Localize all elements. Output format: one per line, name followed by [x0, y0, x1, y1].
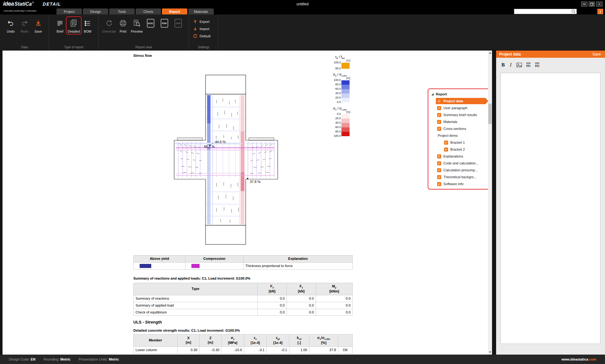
- tab-project[interactable]: Project: [56, 8, 82, 14]
- save-button[interactable]: Save: [31, 18, 45, 33]
- checkbox-checked-icon[interactable]: ✓: [444, 141, 448, 145]
- tree-item-code-and-calculation[interactable]: ✓ Code and calculation...: [428, 160, 488, 167]
- tree-item-label: Bracket 2: [450, 147, 465, 151]
- scrollbar-thumb[interactable]: [488, 104, 492, 124]
- heading2-button[interactable]: H2: [535, 63, 539, 67]
- brief-report-button[interactable]: Brief: [53, 18, 67, 33]
- dxf-file-icon: DXF: [174, 18, 182, 28]
- stress-flow-heading: Stress flow: [133, 54, 152, 57]
- import-icon: [193, 27, 197, 31]
- export-pdf-button[interactable]: PDF: [158, 18, 171, 28]
- bom-report-button[interactable]: BOM: [81, 18, 94, 33]
- export-icon: [193, 19, 197, 24]
- legend-swatch: [341, 85, 350, 89]
- default-settings-button[interactable]: Default: [193, 33, 211, 39]
- stress-ratio-label: 44.6 %: [215, 140, 226, 144]
- tree-item-materials[interactable]: ✓ Materials: [428, 118, 488, 125]
- tab-materials[interactable]: Materials: [188, 8, 214, 14]
- redo-button[interactable]: Redo: [18, 18, 31, 33]
- undo-button[interactable]: Undo: [4, 18, 18, 33]
- heading1-button[interactable]: H1: [526, 63, 531, 67]
- checkbox-checked-icon[interactable]: ✓: [437, 154, 441, 158]
- tree-item-project-items[interactable]: Project items: [428, 132, 488, 139]
- expander-icon[interactable]: [431, 93, 434, 96]
- tree-item-project-data[interactable]: ✓ Project data: [428, 98, 488, 104]
- import-settings-button[interactable]: Import: [193, 26, 211, 31]
- report-document: Stress flow: [3, 51, 488, 355]
- export-doc-button[interactable]: DOC: [144, 18, 158, 28]
- window-controls: ×: [581, 2, 602, 7]
- generate-button[interactable]: Generate: [102, 18, 116, 33]
- scroll-down-button[interactable]: [488, 350, 492, 355]
- help-button[interactable]: i: [597, 9, 603, 14]
- italic-button[interactable]: I: [509, 62, 512, 68]
- panel-save-button[interactable]: Save: [592, 52, 601, 56]
- pdf-file-icon: PDF: [160, 18, 169, 28]
- tree-item-software-info[interactable]: ✓ Software info: [428, 180, 488, 187]
- redo-icon: [21, 18, 28, 28]
- tree-item-summary-brief-results[interactable]: ✓ Summary brief results: [428, 111, 488, 118]
- tree-item-bracket-2[interactable]: ✓ Bracket 2: [428, 146, 488, 153]
- legend-swatch: [341, 132, 350, 136]
- cell: -0.1: [267, 346, 289, 353]
- print-button[interactable]: Print: [116, 18, 130, 33]
- tree-item-explanations[interactable]: ✓ Explanations: [428, 153, 488, 160]
- tree-item-bracket-1[interactable]: ✓ Bracket 1: [428, 139, 488, 146]
- ribbon-group-data: Undo Redo Save Data: [0, 14, 49, 50]
- checkbox-checked-icon[interactable]: ✓: [437, 120, 441, 124]
- close-button[interactable]: ×: [596, 2, 602, 7]
- ribbon-group-label: Type of report: [49, 46, 98, 49]
- col-header: Compression: [185, 255, 244, 263]
- export-settings-button[interactable]: Export: [193, 19, 211, 24]
- legend-swatch: [341, 89, 350, 94]
- tab-report[interactable]: Report: [162, 8, 187, 14]
- checkbox-checked-icon[interactable]: ✓: [437, 127, 441, 131]
- tab-design[interactable]: Design: [83, 8, 108, 14]
- detailed-report-button[interactable]: Detailed: [67, 18, 81, 33]
- tree-item-label: Explanations: [443, 154, 463, 158]
- tree-item-theoretical-background[interactable]: ✓ Theoretical backgro...: [428, 174, 488, 180]
- tree-item-calculation-presumptions[interactable]: ✓ Calculation presump...: [428, 167, 488, 174]
- col-header: Fz[kN]: [287, 283, 316, 295]
- cell: 37.8: [309, 346, 338, 353]
- rounding-status: Rounding: Metric: [44, 357, 71, 361]
- checkbox-checked-icon[interactable]: ✓: [437, 182, 441, 186]
- restore-icon: [590, 3, 593, 6]
- insert-image-button[interactable]: [517, 63, 522, 67]
- checkbox-checked-icon[interactable]: ✓: [437, 106, 441, 110]
- checkbox-checked-icon[interactable]: ✓: [437, 168, 441, 172]
- vertical-scrollbar[interactable]: [488, 51, 492, 355]
- checkbox-checked-icon[interactable]: ✓: [444, 147, 448, 152]
- website-link[interactable]: www.ideastatica.com: [561, 357, 596, 361]
- bold-button[interactable]: B: [501, 62, 505, 68]
- export-dxf-button[interactable]: DXF: [171, 18, 185, 28]
- col-header: σc/σc,lim[%]: [309, 335, 338, 347]
- minimize-icon: [583, 4, 586, 4]
- tree-item-label: Bracket 1: [450, 141, 465, 144]
- checkbox-checked-icon[interactable]: ✓: [437, 113, 441, 117]
- checkbox-checked-icon[interactable]: ✓: [437, 161, 441, 165]
- info-icon: i: [600, 10, 601, 13]
- minimize-button[interactable]: [581, 2, 587, 7]
- col-header: Type: [134, 283, 258, 295]
- checkbox-checked-icon[interactable]: ✓: [437, 175, 441, 179]
- search-input[interactable]: [514, 9, 571, 13]
- cell: 0.0: [258, 309, 287, 316]
- stress-legend-table: Above yield Compression Explanation Thic…: [133, 255, 353, 270]
- project-data-editor[interactable]: [501, 73, 601, 344]
- tree-item-label: Project data: [443, 99, 463, 103]
- doc-file-icon: DOC: [147, 18, 155, 28]
- checkbox-checked-icon[interactable]: ✓: [437, 99, 441, 103]
- scroll-up-button[interactable]: [488, 51, 492, 55]
- stress-flow-diagram: 44.6 % 66.2 % 37.8 %: [169, 69, 288, 249]
- tab-tools[interactable]: Tools: [109, 8, 135, 14]
- ribbon-group-report-view: Generate Print Preview DOC PDF DXF Repor…: [99, 14, 189, 50]
- preview-button[interactable]: Preview: [130, 18, 144, 33]
- tree-item-label: User paragraph: [443, 106, 467, 110]
- tab-check[interactable]: Check: [136, 8, 161, 14]
- cell: Check of equilibrium: [134, 309, 258, 316]
- tree-item-cross-sections[interactable]: ✓ Cross-sections: [428, 125, 488, 132]
- restore-button[interactable]: [589, 2, 595, 7]
- tree-item-user-paragraph[interactable]: ✓ User paragraph: [428, 104, 488, 111]
- tree-root-report[interactable]: Report: [428, 91, 488, 98]
